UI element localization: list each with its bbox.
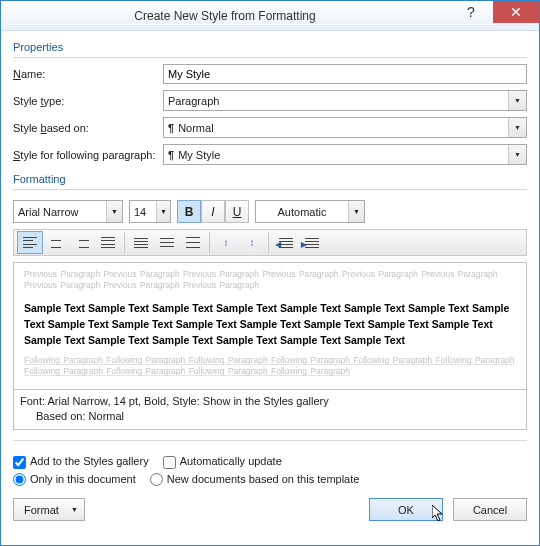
- auto-update-checkbox[interactable]: Automatically update: [163, 455, 282, 469]
- chevron-down-icon: ▼: [508, 91, 526, 110]
- font-combo[interactable]: Arial Narrow ▼: [13, 200, 123, 223]
- separator: [13, 57, 527, 58]
- chevron-down-icon: ▼: [508, 118, 526, 137]
- separator: [124, 232, 125, 253]
- cancel-button[interactable]: Cancel: [453, 498, 527, 521]
- preview-previous-text: Previous Paragraph Previous Paragraph Pr…: [24, 269, 516, 292]
- underline-button[interactable]: U: [225, 200, 249, 223]
- chevron-down-icon: ▼: [156, 201, 170, 222]
- help-button[interactable]: ?: [449, 1, 493, 23]
- following-paragraph-label: Style for following paragraph:: [13, 149, 163, 161]
- preview-sample-text: Sample Text Sample Text Sample Text Samp…: [24, 300, 516, 349]
- ok-button[interactable]: OK: [369, 498, 443, 521]
- based-on-label: Style based on:: [13, 122, 163, 134]
- line-spacing-1-button[interactable]: [128, 231, 154, 254]
- close-button[interactable]: ✕: [493, 1, 539, 23]
- following-paragraph-combo[interactable]: ¶My Style ▼: [163, 144, 527, 165]
- titlebar[interactable]: Create New Style from Formatting ? ✕: [1, 1, 539, 31]
- dialog-window: Create New Style from Formatting ? ✕ Pro…: [0, 0, 540, 546]
- space-before-decrease-button[interactable]: ↕: [239, 231, 265, 254]
- cursor-icon: [432, 505, 446, 523]
- pilcrow-icon: ¶: [168, 122, 174, 134]
- style-type-combo[interactable]: Paragraph ▼: [163, 90, 527, 111]
- description-line-2: Based on: Normal: [20, 409, 520, 424]
- properties-heading: Properties: [13, 41, 527, 53]
- description-line-1: Font: Arial Narrow, 14 pt, Bold, Style: …: [20, 394, 520, 409]
- only-in-document-radio[interactable]: Only in this document: [13, 473, 136, 487]
- line-spacing-2-button[interactable]: [180, 231, 206, 254]
- separator: [209, 232, 210, 253]
- chevron-down-icon: ▼: [71, 506, 78, 513]
- decrease-indent-button[interactable]: ◀: [272, 231, 298, 254]
- line-spacing-1-5-button[interactable]: [154, 231, 180, 254]
- preview-following-text: Following Paragraph Following Paragraph …: [24, 355, 516, 378]
- chevron-down-icon: ▼: [348, 201, 364, 222]
- name-label: Name:: [13, 68, 163, 80]
- name-input[interactable]: [163, 64, 527, 84]
- align-justify-button[interactable]: [95, 231, 121, 254]
- font-size-combo[interactable]: 14 ▼: [129, 200, 171, 223]
- based-on-combo[interactable]: ¶Normal ▼: [163, 117, 527, 138]
- align-center-button[interactable]: [43, 231, 69, 254]
- bold-button[interactable]: B: [177, 200, 201, 223]
- separator: [13, 189, 527, 190]
- pilcrow-icon: ¶: [168, 149, 174, 161]
- align-left-button[interactable]: [17, 231, 43, 254]
- dialog-title: Create New Style from Formatting: [1, 9, 449, 23]
- style-description: Font: Arial Narrow, 14 pt, Bold, Style: …: [13, 390, 527, 430]
- paragraph-toolbar: ↕ ↕ ◀ ◀: [13, 229, 527, 256]
- format-button[interactable]: Format▼: [13, 498, 85, 521]
- font-color-combo[interactable]: Automatic ▼: [255, 200, 365, 223]
- dialog-content: Properties Name: Style type: Paragraph ▼…: [1, 31, 539, 545]
- space-before-increase-button[interactable]: ↕: [213, 231, 239, 254]
- style-type-label: Style type:: [13, 95, 163, 107]
- style-preview: Previous Paragraph Previous Paragraph Pr…: [13, 262, 527, 390]
- add-to-gallery-checkbox[interactable]: Add to the Styles gallery: [13, 455, 149, 469]
- separator: [268, 232, 269, 253]
- formatting-heading: Formatting: [13, 173, 527, 185]
- new-documents-template-radio[interactable]: New documents based on this template: [150, 473, 360, 487]
- align-right-button[interactable]: [69, 231, 95, 254]
- increase-indent-button[interactable]: ◀: [298, 231, 324, 254]
- italic-button[interactable]: I: [201, 200, 225, 223]
- chevron-down-icon: ▼: [106, 201, 122, 222]
- separator: [13, 440, 527, 441]
- chevron-down-icon: ▼: [508, 145, 526, 164]
